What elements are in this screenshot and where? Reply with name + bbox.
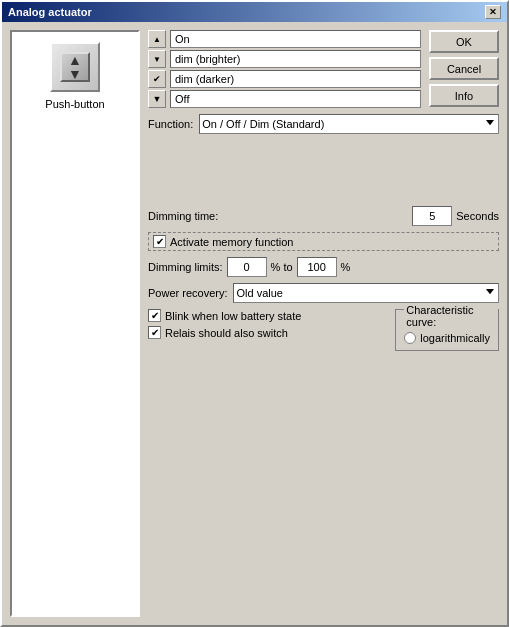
push-button-icon: ▲▼ bbox=[50, 42, 100, 92]
cancel-button[interactable]: Cancel bbox=[429, 57, 499, 80]
push-button-arrows: ▲▼ bbox=[68, 53, 82, 81]
action-list: ▲ ▼ ✔ ▼ bbox=[148, 30, 421, 108]
dimming-time-input[interactable] bbox=[412, 206, 452, 226]
characteristic-title: Characteristic curve: bbox=[404, 304, 498, 328]
dimming-percent-to: % to bbox=[271, 261, 293, 273]
action-input-darker[interactable] bbox=[170, 70, 421, 88]
main-window: Analog actuator ✕ ▲▼ Push-button ▲ bbox=[0, 0, 509, 627]
content-area: ▲▼ Push-button ▲ ▼ bbox=[2, 22, 507, 625]
activate-memory-checkbox[interactable]: ✔ bbox=[153, 235, 166, 248]
action-up-btn-on[interactable]: ▲ bbox=[148, 30, 166, 48]
dimming-limits-label: Dimming limits: bbox=[148, 261, 223, 273]
action-check-btn-off[interactable]: ▼ bbox=[148, 90, 166, 108]
characteristic-box: Characteristic curve: linear logarithmic… bbox=[395, 309, 499, 351]
power-recovery-row: Power recovery: Old value bbox=[148, 283, 499, 303]
function-label: Function: bbox=[148, 118, 193, 130]
action-input-brighter[interactable] bbox=[170, 50, 421, 68]
blink-battery-row: ✔ Blink when low battery state bbox=[148, 309, 387, 322]
relais-switch-label: Relais should also switch bbox=[165, 327, 288, 339]
action-row-on: ▲ bbox=[148, 30, 421, 48]
dimming-time-row: Dimming time: Seconds bbox=[148, 206, 499, 226]
form-section: Function: On / Off / Dim (Standard) Dimm… bbox=[148, 114, 499, 617]
right-panel: ▲ ▼ ✔ ▼ bbox=[148, 30, 499, 617]
top-section: ▲ ▼ ✔ ▼ bbox=[148, 30, 499, 108]
radio-log[interactable] bbox=[404, 332, 416, 344]
info-button[interactable]: Info bbox=[429, 84, 499, 107]
close-button[interactable]: ✕ bbox=[485, 5, 501, 19]
left-bottom: ✔ Blink when low battery state ✔ Relais … bbox=[148, 309, 387, 339]
window-title: Analog actuator bbox=[8, 6, 92, 18]
power-recovery-select[interactable]: Old value bbox=[233, 283, 499, 303]
dimming-limits-row: Dimming limits: % to % bbox=[148, 257, 499, 277]
action-row-darker: ✔ bbox=[148, 70, 421, 88]
left-panel: ▲▼ Push-button bbox=[10, 30, 140, 617]
function-select[interactable]: On / Off / Dim (Standard) bbox=[199, 114, 499, 134]
side-buttons: OK Cancel Info bbox=[429, 30, 499, 108]
relais-switch-row: ✔ Relais should also switch bbox=[148, 326, 387, 339]
action-row-off: ▼ bbox=[148, 90, 421, 108]
action-row-brighter: ▼ bbox=[148, 50, 421, 68]
dimming-from-input[interactable] bbox=[227, 257, 267, 277]
blink-battery-checkbox[interactable]: ✔ bbox=[148, 309, 161, 322]
dimming-time-label: Dimming time: bbox=[148, 210, 218, 222]
title-bar-buttons: ✕ bbox=[485, 5, 501, 19]
dimming-to-input[interactable] bbox=[297, 257, 337, 277]
section-gap bbox=[148, 140, 499, 200]
radio-log-label: logarithmically bbox=[420, 332, 490, 344]
action-down-btn-brighter[interactable]: ▼ bbox=[148, 50, 166, 68]
ok-button[interactable]: OK bbox=[429, 30, 499, 53]
title-bar: Analog actuator ✕ bbox=[2, 2, 507, 22]
action-input-on[interactable] bbox=[170, 30, 421, 48]
bottom-section: ✔ Blink when low battery state ✔ Relais … bbox=[148, 309, 499, 351]
dimming-percent: % bbox=[341, 261, 351, 273]
push-button-label: Push-button bbox=[45, 98, 104, 110]
push-button-inner: ▲▼ bbox=[60, 52, 90, 82]
action-input-off[interactable] bbox=[170, 90, 421, 108]
action-check-btn-darker[interactable]: ✔ bbox=[148, 70, 166, 88]
activate-memory-label: Activate memory function bbox=[170, 236, 294, 248]
activate-memory-row: ✔ Activate memory function bbox=[148, 232, 499, 251]
relais-switch-checkbox[interactable]: ✔ bbox=[148, 326, 161, 339]
radio-log-row: logarithmically bbox=[404, 332, 490, 344]
power-recovery-label: Power recovery: bbox=[148, 287, 227, 299]
dimming-time-unit: Seconds bbox=[456, 210, 499, 222]
function-row: Function: On / Off / Dim (Standard) bbox=[148, 114, 499, 134]
blink-battery-label: Blink when low battery state bbox=[165, 310, 301, 322]
